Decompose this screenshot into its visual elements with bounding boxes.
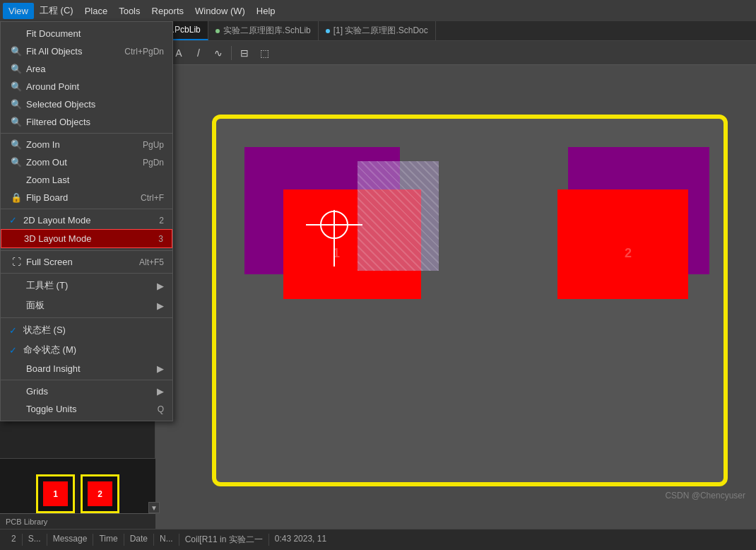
status-sections: 2 S... Message Time Date N... Coil[R11 i… xyxy=(6,534,750,546)
status-n-label: N... xyxy=(154,534,179,546)
menu-fit-all-objects[interactable]: 🔍 Fit All Objects Ctrl+PgDn xyxy=(1,42,172,60)
zoom-out-icon: 🔍 xyxy=(9,157,23,168)
status-component-info: Coil[R11 in 实验二一 xyxy=(179,534,269,546)
toolbar-sep-2 xyxy=(231,46,232,60)
menu-panels[interactable]: 面板 ▶ xyxy=(1,296,172,315)
menu-view[interactable]: View xyxy=(3,3,34,19)
menu-board-insight[interactable]: Board Insight ▶ xyxy=(1,360,172,378)
tab-label-schdoc: [1] 实验二原理图.SchDoc xyxy=(333,25,428,37)
menu-area[interactable]: 🔍 Area xyxy=(1,60,172,78)
pcb-canvas: 1 2 xyxy=(198,100,742,501)
target-crosshair-vertical xyxy=(333,210,335,267)
menu-tools[interactable]: Tools xyxy=(113,3,146,19)
pad-label-2: 2 xyxy=(625,246,632,261)
sep-1 xyxy=(1,133,172,134)
menu-help[interactable]: Help xyxy=(251,3,281,19)
menu-selected-objects[interactable]: 🔍 Selected Objects xyxy=(1,95,172,113)
menu-window[interactable]: Window (W) xyxy=(189,3,251,19)
watermark: CSDN @Chencyuser xyxy=(665,491,745,501)
sep-4 xyxy=(1,273,172,274)
thumb-pad-label-1: 1 xyxy=(43,481,68,506)
pcb-right-component: 2 xyxy=(568,147,709,274)
status-datetime: 0:43 2023, 11 xyxy=(269,534,332,546)
menu-zoom-last[interactable]: Zoom Last xyxy=(1,171,172,189)
filtered-objects-icon: 🔍 xyxy=(9,117,23,127)
menu-3d-layout[interactable]: 3D Layout Mode 3 xyxy=(1,229,172,248)
toolbar-3d-btn[interactable]: ⬚ xyxy=(256,45,273,62)
thumb-pad-label-2: 2 xyxy=(88,481,112,506)
board-insight-arrow-icon: ▶ xyxy=(157,363,164,374)
menu-reports[interactable]: Reports xyxy=(146,3,190,19)
check-2d-icon: ✓ xyxy=(9,215,20,226)
tab-dot-schdoc xyxy=(326,29,330,33)
pad-red-right: 2 xyxy=(557,189,688,299)
toolbar-table-btn[interactable]: ⊟ xyxy=(236,45,253,62)
sep-3 xyxy=(1,250,172,251)
thumbnail-pad-1: 1 xyxy=(36,474,75,513)
around-point-icon: 🔍 xyxy=(9,81,23,92)
statusbar: 2 S... Message Time Date N... Coil[R11 i… xyxy=(0,529,756,550)
toolbar-line-btn[interactable]: / xyxy=(190,45,207,62)
menu-commandstatus[interactable]: ✓ 命令状态 (M) xyxy=(1,340,172,360)
overlap-area xyxy=(358,161,439,271)
scroll-down-button[interactable]: ▼ xyxy=(148,502,160,513)
selected-objects-icon: 🔍 xyxy=(9,99,23,110)
menu-toggle-units[interactable]: Toggle Units Q xyxy=(1,400,172,418)
menu-flip-board[interactable]: 🔒 Flip Board Ctrl+F xyxy=(1,189,172,206)
canvas-area[interactable]: 1 2 CSDN @Chencyuser xyxy=(155,65,756,529)
status-message-label: Message xyxy=(47,534,94,546)
menu-2d-layout[interactable]: ✓ 2D Layout Mode 2 xyxy=(1,211,172,229)
grids-arrow-icon: ▶ xyxy=(157,386,164,397)
check-commandstatus-icon: ✓ xyxy=(9,345,20,356)
view-dropdown-menu: Fit Document 🔍 Fit All Objects Ctrl+PgDn… xyxy=(0,21,173,421)
menu-zoom-in[interactable]: 🔍 Zoom In PgUp xyxy=(1,136,172,153)
menu-grids[interactable]: Grids ▶ xyxy=(1,382,172,400)
menu-zoom-out[interactable]: 🔍 Zoom Out PgDn xyxy=(1,153,172,171)
tab-schlib[interactable]: 实验二原理图库.SchLib xyxy=(208,21,319,40)
bottom-library-tab[interactable]: PCB Library xyxy=(0,513,155,529)
status-s: S... xyxy=(23,534,47,546)
menubar: View 工程 (C) Place Tools Reports Window (… xyxy=(0,0,756,21)
status-num: 2 xyxy=(6,534,23,546)
zoom-in-icon: 🔍 xyxy=(9,139,23,150)
menu-toolbars[interactable]: 工具栏 (T) ▶ xyxy=(1,276,172,296)
check-statusbar-icon: ✓ xyxy=(9,325,20,336)
menu-statusbar[interactable]: ✓ 状态栏 (S) xyxy=(1,320,172,340)
fullscreen-icon: ⛶ xyxy=(9,257,23,267)
fit-all-icon: 🔍 xyxy=(9,46,23,57)
menu-project[interactable]: 工程 (C) xyxy=(34,1,79,20)
toolbar-wave-btn[interactable]: ∿ xyxy=(210,45,227,62)
area-icon: 🔍 xyxy=(9,64,23,74)
tab-dot-schlib xyxy=(215,29,220,33)
menu-fit-document[interactable]: Fit Document xyxy=(1,25,172,42)
thumbnail-pad-2: 2 xyxy=(81,474,119,513)
sep-6 xyxy=(1,380,172,380)
menu-around-point[interactable]: 🔍 Around Point xyxy=(1,78,172,95)
menu-full-screen[interactable]: ⛶ Full Screen Alt+F5 xyxy=(1,253,172,271)
status-time-label: Time xyxy=(93,534,124,546)
menu-filtered-objects[interactable]: 🔍 Filtered Objects xyxy=(1,113,172,131)
panels-arrow-icon: ▶ xyxy=(157,300,164,311)
flip-board-icon: 🔒 xyxy=(9,192,23,203)
pcb-outer-border: 1 2 xyxy=(212,115,728,486)
toolbars-arrow-icon: ▶ xyxy=(157,281,164,291)
tab-label-schlib: 实验二原理图库.SchLib xyxy=(223,25,311,37)
sep-2 xyxy=(1,209,172,209)
menu-place[interactable]: Place xyxy=(79,3,114,19)
sep-5 xyxy=(1,317,172,318)
status-date-label: Date xyxy=(124,534,154,546)
tab-schdoc[interactable]: [1] 实验二原理图.SchDoc xyxy=(319,21,436,40)
